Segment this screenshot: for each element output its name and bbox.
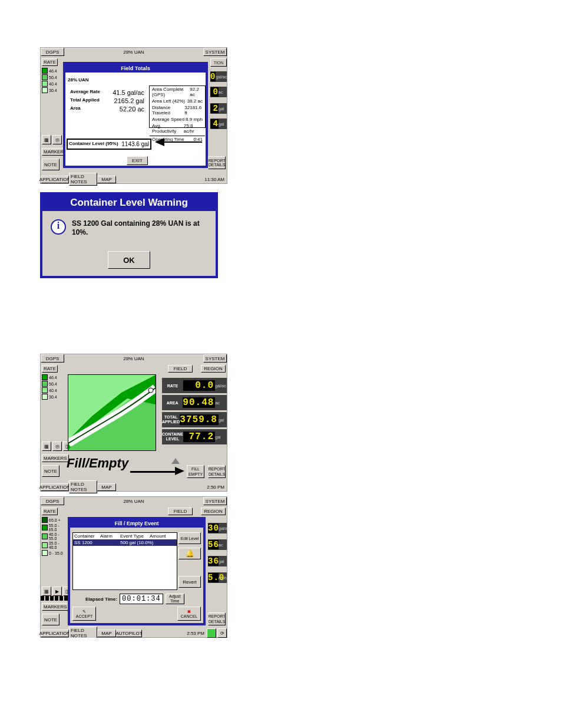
legend-swatch <box>42 68 48 74</box>
clock: 2:53 PM <box>187 631 204 636</box>
lcd-speed: 5.0 <box>208 573 219 582</box>
event-list[interactable]: Container Alarm Event Type Amount SS 120… <box>72 532 177 590</box>
lcd-rate: 0.0 <box>183 380 215 391</box>
rate-button[interactable]: RATE <box>42 508 58 515</box>
warning-title: Container Level Warning <box>42 195 216 211</box>
rate-button[interactable]: RATE <box>42 58 58 66</box>
report-details-button[interactable]: REPORT DETAILS <box>208 612 226 625</box>
rate-button[interactable]: RATE <box>42 365 58 373</box>
screen-field-totals: DGPS 28% UAN SYSTEM RATE 46.4 50.4 40.4 … <box>40 47 227 184</box>
lcd-total: 3759.8 <box>180 414 219 425</box>
section-indicator <box>41 596 69 601</box>
fill-empty-button[interactable]: FILL EMPTY <box>187 465 204 478</box>
screen-map-fillempty: DGPS 28% UAN SYSTEM RATE FIELD REGION 46… <box>40 354 227 492</box>
region-peek-button[interactable]: TION <box>210 58 227 67</box>
edit-level-button[interactable]: Edit Level <box>178 532 201 544</box>
elapsed-time-value: 00:01:34 <box>120 594 163 604</box>
lcd-area: 90.48 <box>183 397 215 408</box>
tab-map[interactable]: MAP <box>97 176 116 183</box>
note-button[interactable]: NOTE <box>42 159 59 170</box>
tab-map[interactable]: MAP <box>97 483 116 491</box>
lcd-total: 2 <box>210 104 219 113</box>
report-details-button[interactable]: REPORT DETAILS <box>208 465 226 478</box>
legend: 46.4 50.4 40.4 30.4 <box>42 68 62 94</box>
label-area: AREA <box>162 401 183 405</box>
legend-swatch <box>42 74 48 80</box>
status-sync-icon[interactable]: ⟳ <box>217 628 227 638</box>
dgps-button[interactable]: DGPS <box>41 48 64 56</box>
legend: 46.4 50.4 40.4 30.4 <box>42 374 62 400</box>
elapsed-time-label: Elapsed Time: <box>85 597 117 602</box>
field-button[interactable]: FIELD <box>168 365 193 373</box>
tab-application[interactable]: APPLICATION <box>41 483 69 491</box>
tab-field-notes[interactable]: FIELD NOTES <box>69 627 97 638</box>
target-icon[interactable]: ◎ <box>52 135 62 144</box>
lcd-rate: 0 <box>210 72 216 81</box>
lcd-container: 4 <box>210 119 219 129</box>
lcd-area: 56 <box>208 540 219 549</box>
system-button[interactable]: SYSTEM <box>203 48 227 56</box>
up-arrow-icon[interactable] <box>171 458 180 464</box>
field-totals-dialog: Field Totals 28% UAN Average Rate41.5 ga… <box>63 62 208 168</box>
coverage-map[interactable] <box>68 374 156 451</box>
close-icon: ✖ <box>187 610 191 614</box>
system-button[interactable]: SYSTEM <box>203 497 227 505</box>
target-icon[interactable]: ◎ <box>52 442 62 451</box>
cancel-button[interactable]: ✖ CANCEL <box>177 607 201 621</box>
accept-button[interactable]: ✎ ACCEPT <box>72 607 96 621</box>
tab-application[interactable]: APPLICATION <box>41 630 69 637</box>
dgps-button[interactable]: DGPS <box>41 354 64 363</box>
status-green-icon <box>207 628 216 638</box>
container-level-box: Container Level (95%) 1143.6 gal <box>67 139 151 150</box>
screen-fillempty-event: DGPS 28% UAN SYSTEM RATE FIELD REGION 65… <box>40 496 227 638</box>
pattern-icon[interactable]: ▦ <box>42 135 51 144</box>
region-button[interactable]: REGION <box>201 508 226 515</box>
event-row-selected[interactable]: SS 1200 500 gal (10.0%) <box>73 539 177 546</box>
label-container: CONTAINER LEVEL <box>162 432 183 442</box>
product-title: 28% UAN <box>64 50 203 55</box>
dgps-button[interactable]: DGPS <box>41 497 64 505</box>
legend-swatch <box>42 81 48 87</box>
dialog-title: Fill / Empty Event <box>70 519 203 528</box>
lcd-total: 36 <box>208 556 219 566</box>
label-total: TOTAL APPLIED <box>162 415 180 424</box>
pattern-icon[interactable]: ▦ <box>42 442 51 451</box>
stats-pane: Area Complete (GPS)92.2 ac Area Left (42… <box>149 85 206 128</box>
report-details-button[interactable]: REPORT DETAILS <box>208 156 226 169</box>
ok-button[interactable]: OK <box>108 251 150 269</box>
clock: 11:30 AM <box>204 177 224 182</box>
fill-empty-event-dialog: Fill / Empty Event Container Alarm Event… <box>68 517 206 625</box>
lcd-area: 0 <box>210 87 219 97</box>
region-button[interactable]: REGION <box>201 365 226 373</box>
dialog-title: Field Totals <box>65 64 206 73</box>
markers-button[interactable]: MARKERS <box>42 454 69 462</box>
info-icon <box>51 219 66 235</box>
exit-button[interactable]: EXIT <box>127 156 148 165</box>
pencil-icon: ✎ <box>82 610 86 614</box>
pattern-icon[interactable]: ▦ <box>42 587 51 596</box>
product-title: 28% UAN <box>64 356 203 361</box>
field-button[interactable]: FIELD <box>168 508 193 515</box>
play-icon[interactable]: ▶ <box>52 587 62 596</box>
note-button[interactable]: NOTE <box>42 465 59 477</box>
adjust-time-button[interactable]: Adjust Time <box>166 594 184 604</box>
note-button[interactable]: NOTE <box>42 614 59 625</box>
product-title: 28% UAN <box>64 499 203 504</box>
revert-button[interactable]: Revert <box>178 576 201 588</box>
tab-field-notes[interactable]: FIELD NOTES <box>69 480 97 493</box>
tab-field-notes[interactable]: FIELD NOTES <box>69 173 97 186</box>
lcd-container: 77.2 <box>183 431 215 442</box>
legend: 65.0 + 55.0 - 65.0 40.0 - 55.0 35.0 - 40… <box>42 517 68 556</box>
tab-autopilot[interactable]: AUTOPILOT <box>116 630 142 637</box>
label-rate: RATE <box>162 384 183 388</box>
container-level-warning-dialog: Container Level Warning SS 1200 Gal cont… <box>40 192 218 278</box>
fillempty-annotation: Fill/Empty <box>67 456 128 471</box>
product-label: 28% UAN <box>68 77 147 83</box>
tab-map[interactable]: MAP <box>97 630 116 637</box>
clock: 2:50 PM <box>207 485 224 490</box>
legend-swatch <box>42 87 48 93</box>
tab-application[interactable]: APPLICATION <box>41 176 69 183</box>
markers-button[interactable]: MARKERS <box>42 603 69 611</box>
system-button[interactable]: SYSTEM <box>203 354 227 363</box>
alarm-bell-button[interactable]: 🔔 <box>178 548 201 559</box>
